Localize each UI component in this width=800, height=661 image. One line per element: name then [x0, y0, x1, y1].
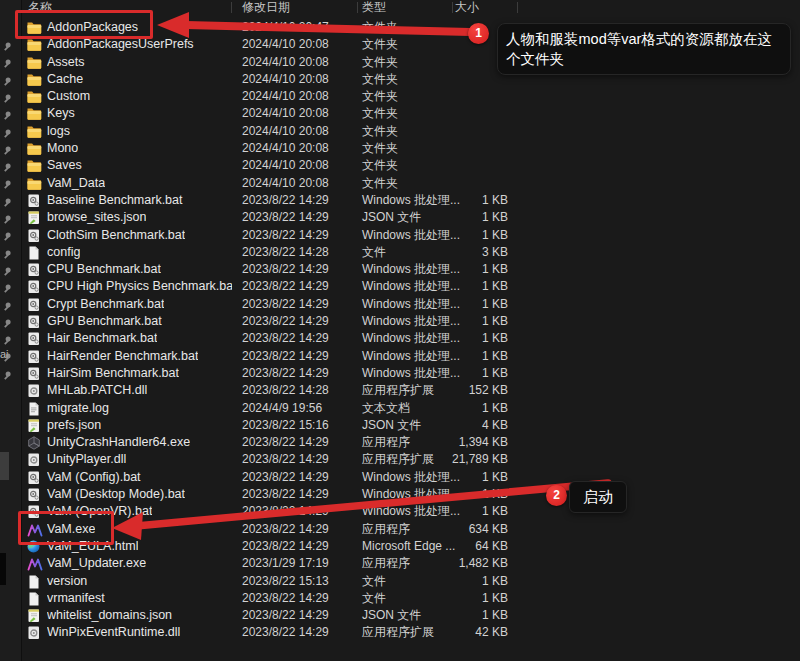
pushpin-icon [1, 280, 12, 291]
file-row[interactable]: Custom2024/4/10 20:08文件夹 [22, 88, 520, 105]
file-row[interactable]: HairRender Benchmark.bat2023/8/22 14:29W… [22, 348, 520, 365]
file-row[interactable]: HairSim Benchmark.bat2023/8/22 14:29Wind… [22, 365, 520, 382]
column-header-type[interactable]: 类型 [362, 0, 386, 15]
file-date-modified: 2023/8/22 14:29 [242, 330, 329, 347]
folder-icon [27, 142, 42, 156]
file-row[interactable]: CPU High Physics Benchmark.bat2023/8/22 … [22, 278, 520, 295]
file-name[interactable]: VaM_Data [47, 175, 105, 192]
file-type: 文件 [362, 573, 386, 590]
pushpin-icon [1, 228, 12, 239]
folder-icon [27, 177, 42, 191]
file-name[interactable]: Mono [47, 140, 78, 157]
file-size: 1 KB [430, 209, 508, 226]
file-name[interactable]: logs [47, 123, 70, 140]
file-row[interactable]: Saves2024/4/10 20:08文件夹 [22, 157, 520, 174]
file-size: 1 KB [430, 348, 508, 365]
file-row[interactable]: CPU Benchmark.bat2023/8/22 14:29Windows … [22, 261, 520, 278]
column-separator[interactable] [357, 2, 358, 13]
file-row[interactable]: browse_sites.json2023/8/22 14:29JSON 文件1… [22, 209, 520, 226]
file-row[interactable]: Cache2024/4/10 20:08文件夹 [22, 71, 520, 88]
file-name[interactable]: vrmanifest [47, 590, 105, 607]
file-name[interactable]: UnityCrashHandler64.exe [47, 434, 190, 451]
file-name[interactable]: browse_sites.json [47, 209, 146, 226]
vam-icon [27, 557, 42, 571]
file-size: 3 KB [430, 244, 508, 261]
file-row[interactable]: ClothSim Benchmark.bat2023/8/22 14:29Win… [22, 227, 520, 244]
file-row[interactable]: VaM_Updater.exe2023/1/29 17:19应用程序1,482 … [22, 555, 520, 572]
file-row[interactable]: VaM (Desktop Mode).bat2023/8/22 14:29Win… [22, 486, 520, 503]
file-name[interactable]: migrate.log [47, 400, 109, 417]
file-row[interactable]: Keys2024/4/10 20:08文件夹 [22, 105, 520, 122]
file-name[interactable]: version [47, 573, 87, 590]
file-name[interactable]: prefs.json [47, 417, 101, 434]
column-separator[interactable] [452, 2, 453, 13]
file-row[interactable]: prefs.json2023/8/22 15:16JSON 文件4 KB [22, 417, 520, 434]
file-row[interactable]: Assets2024/4/10 20:08文件夹 [22, 54, 520, 71]
file-row[interactable]: migrate.log2024/4/9 19:56文本文档1 KB [22, 400, 520, 417]
file-row[interactable]: Mono2024/4/10 20:08文件夹 [22, 140, 520, 157]
json-icon [27, 211, 42, 225]
file-row[interactable]: WinPixEventRuntime.dll2023/8/22 14:29应用程… [22, 624, 520, 641]
step-1-tooltip: 人物和服装mod等var格式的资源都放在这个文件夹 [497, 23, 791, 75]
dll-icon [27, 626, 42, 640]
file-row[interactable]: logs2024/4/10 20:08文件夹 [22, 123, 520, 140]
pushpin-icon [1, 159, 12, 170]
file-date-modified: 2023/8/22 14:29 [242, 313, 329, 330]
bat-icon [27, 367, 42, 381]
file-name[interactable]: ClothSim Benchmark.bat [47, 227, 185, 244]
file-size: 21,789 KB [430, 451, 508, 468]
file-name[interactable]: Custom [47, 88, 90, 105]
file-name[interactable]: whitelist_domains.json [47, 607, 172, 624]
file-row[interactable]: VaM (Config).bat2023/8/22 14:29Windows 批… [22, 469, 520, 486]
file-size: 1 KB [430, 192, 508, 209]
file-row[interactable]: vrmanifest2023/8/22 14:29文件1 KB [22, 590, 520, 607]
file-name[interactable]: HairRender Benchmark.bat [47, 348, 198, 365]
pushpin-icon [1, 367, 12, 378]
column-separator[interactable] [517, 2, 518, 13]
file-name[interactable]: Baseline Benchmark.bat [47, 192, 183, 209]
file-row[interactable]: MHLab.PATCH.dll2023/8/22 14:28应用程序扩展152 … [22, 382, 520, 399]
pushpin-icon [1, 107, 12, 118]
column-header-date[interactable]: 修改日期 [242, 0, 290, 15]
file-row[interactable]: GPU Benchmark.bat2023/8/22 14:29Windows … [22, 313, 520, 330]
file-name[interactable]: MHLab.PATCH.dll [47, 382, 147, 399]
file-name[interactable]: VaM (Config).bat [47, 469, 141, 486]
file-row[interactable]: whitelist_domains.json2023/8/22 14:29JSO… [22, 607, 520, 624]
file-name[interactable]: Crypt Benchmark.bat [47, 296, 164, 313]
file-name[interactable]: Saves [47, 157, 82, 174]
file-name[interactable]: Hair Benchmark.bat [47, 330, 157, 347]
file-name[interactable]: CPU High Physics Benchmark.bat [47, 278, 232, 295]
file-name[interactable]: GPU Benchmark.bat [47, 313, 162, 330]
file-name[interactable]: HairSim Benchmark.bat [47, 365, 179, 382]
folder-icon [27, 73, 42, 87]
file-row[interactable]: Crypt Benchmark.bat2023/8/22 14:29Window… [22, 296, 520, 313]
file-name[interactable]: CPU Benchmark.bat [47, 261, 161, 278]
file-name[interactable]: WinPixEventRuntime.dll [47, 624, 180, 641]
file-type: 应用程序扩展 [362, 382, 434, 399]
file-date-modified: 2023/8/22 14:29 [242, 451, 329, 468]
file-rows: AddonPackages2024/4/10 20:47文件夹AddonPack… [22, 19, 520, 642]
file-row[interactable]: Hair Benchmark.bat2023/8/22 14:29Windows… [22, 330, 520, 347]
file-type: 文本文档 [362, 400, 410, 417]
file-row[interactable]: config2023/8/22 14:28文件3 KB [22, 244, 520, 261]
file-name[interactable]: UnityPlayer.dll [47, 451, 126, 468]
file-type: 应用程序 [362, 555, 410, 572]
column-header-size[interactable]: 大小 [455, 0, 479, 15]
file-name[interactable]: VaM_Updater.exe [47, 555, 146, 572]
file-icon [27, 575, 42, 589]
pushpin-icon [1, 332, 12, 343]
file-row[interactable]: version2023/8/22 15:13文件1 KB [22, 573, 520, 590]
file-size: 1 KB [430, 227, 508, 244]
file-name[interactable]: Keys [47, 105, 75, 122]
file-name[interactable]: Cache [47, 71, 83, 88]
file-row[interactable]: UnityCrashHandler64.exe2023/8/22 14:29应用… [22, 434, 520, 451]
file-row[interactable]: VaM_Data2024/4/10 20:08文件夹 [22, 175, 520, 192]
file-row[interactable]: Baseline Benchmark.bat2023/8/22 14:29Win… [22, 192, 520, 209]
file-type: 应用程序扩展 [362, 624, 434, 641]
file-name[interactable]: VaM (Desktop Mode).bat [47, 486, 185, 503]
file-name[interactable]: Assets [47, 54, 85, 71]
file-row[interactable]: UnityPlayer.dll2023/8/22 14:29应用程序扩展21,7… [22, 451, 520, 468]
file-name[interactable]: config [47, 244, 80, 261]
folder-icon [27, 125, 42, 139]
column-separator[interactable] [231, 2, 232, 13]
